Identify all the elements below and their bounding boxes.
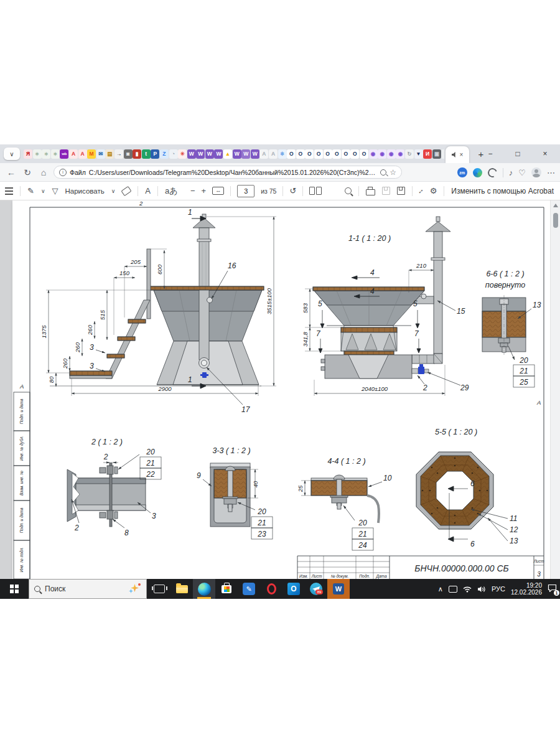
chevron-down-icon[interactable]: ∨ <box>41 188 45 194</box>
wifi-icon[interactable] <box>463 586 472 593</box>
vertical-scrollbar[interactable] <box>550 200 560 579</box>
zoom-out-icon[interactable] <box>380 169 386 176</box>
scrollbar-thumb[interactable] <box>553 213 558 228</box>
tablet-mode-icon[interactable] <box>449 586 457 593</box>
fullscreen-icon[interactable]: ↕ <box>417 186 426 195</box>
tab-favicon[interactable]: O <box>324 149 332 159</box>
minimize-button[interactable]: − <box>477 144 504 163</box>
media-icon[interactable]: ♪ <box>509 168 513 177</box>
tab-favicon[interactable]: ▲ <box>223 149 232 159</box>
task-view-button[interactable] <box>148 579 170 599</box>
snip-button[interactable]: ✎ <box>238 579 260 599</box>
tab-favicon[interactable]: ▤ <box>105 149 114 159</box>
tab-favicon[interactable]: wb <box>60 149 68 159</box>
tab-favicon[interactable]: W <box>214 149 223 159</box>
telegram-button[interactable]: 89 <box>305 579 327 599</box>
favorite-star-icon[interactable]: ☆ <box>390 168 396 177</box>
tab-favicon[interactable]: ↻ <box>405 149 414 159</box>
store-button[interactable] <box>215 579 238 599</box>
tab-favicon[interactable]: ∗ <box>51 149 60 159</box>
tab-favicon[interactable]: A <box>78 149 87 159</box>
tab-favicon[interactable]: ✳ <box>178 149 187 159</box>
tab-favicon[interactable]: W <box>251 149 259 159</box>
tab-favicon[interactable]: ❄ <box>278 149 287 159</box>
info-icon[interactable]: i <box>59 169 67 176</box>
pinned-tabs[interactable]: Я∗∗∗wbAAM✉▤→◙▮tPZ◔✳WWWW▲WWWAA❄OOOOOOOOO◉… <box>24 144 444 163</box>
tab-favicon[interactable]: ✉ <box>96 149 105 159</box>
file-explorer-button[interactable] <box>170 579 193 599</box>
tab-favicon[interactable]: P <box>151 149 159 159</box>
zoom-in-button[interactable]: + <box>202 187 207 195</box>
browser-extension-icon[interactable] <box>473 168 482 177</box>
tab-favicon[interactable]: Z <box>160 149 169 159</box>
tab-favicon[interactable]: O <box>332 149 341 159</box>
copilot-icon[interactable] <box>486 166 498 179</box>
tab-favicon[interactable]: W <box>233 149 241 159</box>
fit-width-icon[interactable]: ↔ <box>212 187 224 195</box>
save-as-icon[interactable] <box>397 187 405 195</box>
start-button[interactable] <box>0 579 29 599</box>
settings-gear-icon[interactable]: ⚙ <box>430 187 437 195</box>
tab-favicon[interactable]: ? <box>441 149 444 159</box>
rotate-icon[interactable]: ↺ <box>289 187 296 195</box>
tab-favicon[interactable]: O <box>296 149 305 159</box>
tab-favicon[interactable]: A <box>269 149 278 159</box>
home-button[interactable]: ⌂ <box>36 163 51 182</box>
tab-favicon[interactable]: W <box>187 149 196 159</box>
language-indicator[interactable]: РУС <box>492 585 505 593</box>
tab-favicon[interactable]: Я <box>24 149 32 159</box>
tab-favicon[interactable]: ∗ <box>33 149 42 159</box>
tab-favicon[interactable]: O <box>314 149 323 159</box>
tab-favicon[interactable]: ◉ <box>369 149 378 159</box>
tab-favicon[interactable]: O <box>342 149 350 159</box>
tab-favicon[interactable]: ∗ <box>42 149 50 159</box>
draw-icon[interactable]: ▽ <box>52 187 58 195</box>
action-center-button[interactable]: 1 <box>548 583 557 594</box>
edit-with-acrobat-button[interactable]: Изменить с помощью Acrobat <box>451 187 554 195</box>
clock[interactable]: 19:20 12.02.2026 <box>511 582 542 596</box>
maximize-button[interactable]: □ <box>504 144 531 163</box>
active-tab[interactable]: × <box>446 146 469 163</box>
chevron-down-icon[interactable]: ∨ <box>111 188 116 194</box>
tab-favicon[interactable]: O <box>287 149 296 159</box>
tab-favicon[interactable]: A <box>69 149 78 159</box>
draw-label[interactable]: Нарисовать <box>65 187 105 195</box>
tab-favicon[interactable]: ▣ <box>432 149 441 159</box>
tray-chevron-icon[interactable]: ∧ <box>438 585 443 593</box>
volume-icon[interactable] <box>477 586 486 593</box>
page-view-icon[interactable] <box>309 187 322 195</box>
read-aloud-icon[interactable]: A <box>145 187 151 195</box>
word-button[interactable]: W <box>327 579 350 599</box>
url-text[interactable]: C:/Users/user/Downloads/Telegram%20Deskt… <box>89 169 377 176</box>
tab-favicon[interactable]: O <box>350 149 359 159</box>
tab-favicon[interactable]: ◔ <box>169 149 178 159</box>
page-number-input[interactable]: 3 <box>237 185 254 197</box>
close-button[interactable]: × <box>531 144 559 163</box>
more-menu-icon[interactable]: ⋯ <box>547 168 555 177</box>
tab-favicon[interactable]: W <box>196 149 205 159</box>
zoom-out-button[interactable]: − <box>190 187 195 195</box>
refresh-button[interactable]: ↻ <box>20 163 35 182</box>
health-icon[interactable]: ♡ <box>518 168 526 177</box>
tab-favicon[interactable]: W <box>241 149 250 159</box>
tab-favicon[interactable]: W <box>205 149 214 159</box>
tab-favicon[interactable]: ▮ <box>133 149 141 159</box>
pdf-viewer[interactable]: 2 А А Подп. и дата Инв. № дубл. Взам. ин… <box>0 200 560 579</box>
tab-search-button[interactable]: ∨ <box>4 148 20 160</box>
tab-favicon[interactable]: → <box>114 149 123 159</box>
profile-avatar[interactable] <box>531 167 541 177</box>
copilot-sparkle-icon[interactable] <box>129 583 141 595</box>
translate-icon[interactable]: aあ <box>165 187 178 195</box>
tab-favicon[interactable]: A <box>259 149 268 159</box>
tab-favicon[interactable]: M <box>87 149 96 159</box>
tab-favicon[interactable]: ◉ <box>378 149 386 159</box>
url-field[interactable]: i Файл C:/Users/user/Downloads/Telegram%… <box>54 166 402 179</box>
zoom-extension-badge[interactable]: zm <box>457 167 467 177</box>
tab-favicon[interactable]: И <box>423 149 432 159</box>
search-icon[interactable] <box>345 187 352 194</box>
taskbar-search[interactable]: Поиск <box>29 579 147 599</box>
tab-close-icon[interactable]: × <box>460 152 464 158</box>
back-button[interactable]: ← <box>4 163 19 182</box>
opera-button[interactable] <box>260 579 282 599</box>
contents-icon[interactable] <box>5 187 13 195</box>
